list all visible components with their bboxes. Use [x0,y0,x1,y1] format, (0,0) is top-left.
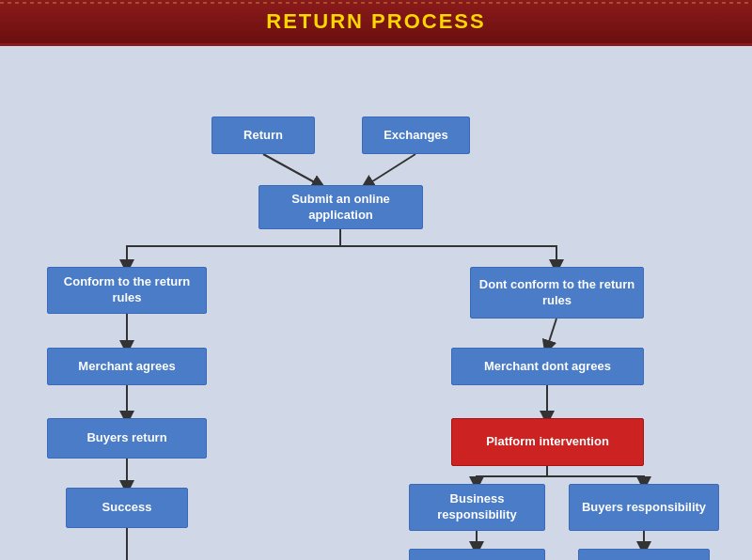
buyers-resp-box: Buyers responsibility [569,484,719,531]
notconform-box: Dont conform to the return rules [470,267,644,319]
diagram: Return Exchanges Submit an online applic… [0,46,752,560]
conform-box: Conform to the return rules [47,267,207,314]
merchant-agrees-box: Merchant agrees [47,348,207,385]
business-resp-box: Business responsibility [409,484,545,531]
merchant-dont-box: Merchant dont agrees [451,348,644,385]
header: RETURN PROCESS [0,0,752,46]
svg-line-0 [263,154,320,185]
success-box: Success [66,488,188,528]
submit-box: Submit an online application [258,185,423,229]
svg-line-1 [367,154,415,185]
svg-line-6 [547,319,556,348]
exchanges-box: Exchanges [362,117,470,154]
buyers-return-right-box: Buyers return [409,549,545,560]
failure-box: Failure [578,549,710,560]
return-box: Return [212,117,315,154]
buyers-return-left-box: Buyers return [47,418,207,459]
platform-intervention-box: Platform intervention [451,418,644,466]
header-title: RETURN PROCESS [266,9,485,33]
